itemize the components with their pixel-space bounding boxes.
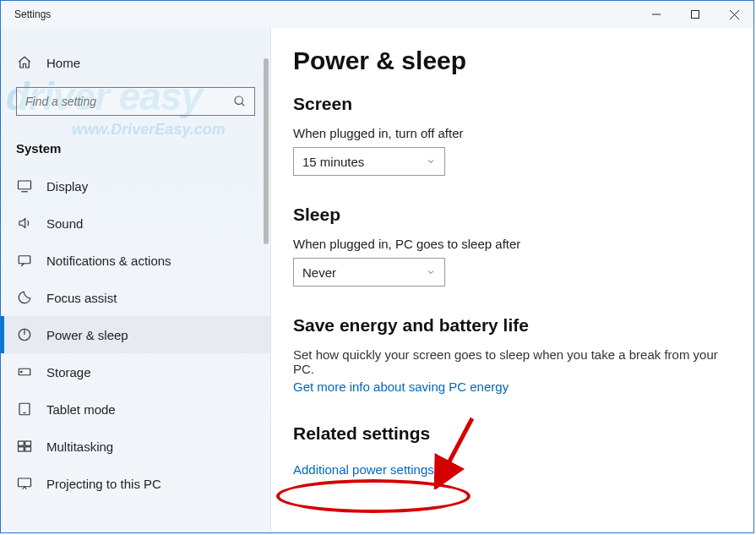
sidebar-item-storage[interactable]: Storage	[1, 353, 270, 390]
energy-info-link[interactable]: Get more info about saving PC energy	[293, 379, 509, 394]
power-icon	[16, 327, 33, 342]
sidebar-item-label: Multitasking	[46, 439, 113, 454]
svg-line-5	[242, 103, 244, 106]
home-icon	[16, 55, 33, 70]
search-box	[16, 87, 255, 116]
projecting-icon	[16, 476, 33, 491]
sidebar-item-power-sleep[interactable]: Power & sleep	[1, 316, 270, 353]
titlebar-left: Settings	[1, 8, 51, 20]
multitasking-icon	[16, 439, 33, 454]
notifications-icon	[16, 253, 33, 268]
sidebar-item-tablet-mode[interactable]: Tablet mode	[1, 390, 270, 428]
sidebar-item-label: Notifications & actions	[46, 254, 171, 268]
sidebar-item-projecting[interactable]: Projecting to this PC	[1, 465, 270, 502]
search-icon	[233, 95, 247, 108]
screen-timeout-value: 15 minutes	[302, 155, 364, 169]
minimize-icon	[652, 10, 661, 19]
category-header: System	[1, 131, 270, 167]
sidebar-item-label: Tablet mode	[46, 402, 116, 417]
content-pane: Power & sleep Screen When plugged in, tu…	[271, 28, 753, 532]
storage-icon	[16, 364, 33, 379]
focus-assist-icon	[16, 290, 33, 305]
page-title: Power & sleep	[293, 46, 732, 75]
sidebar-item-label: Display	[46, 179, 88, 194]
sound-icon	[16, 216, 33, 231]
svg-rect-15	[19, 441, 24, 445]
sidebar-item-label: Sound	[46, 216, 83, 231]
sidebar-item-sound[interactable]: Sound	[1, 205, 270, 242]
sidebar-item-display[interactable]: Display	[1, 167, 270, 205]
search-button[interactable]	[230, 91, 250, 112]
svg-rect-16	[25, 441, 31, 445]
minimize-button[interactable]	[637, 1, 676, 28]
sleep-timeout-value: Never	[302, 265, 336, 280]
energy-body-text: Set how quickly your screen goes to slee…	[293, 347, 732, 376]
svg-rect-19	[19, 478, 31, 487]
screen-timeout-dropdown[interactable]: 15 minutes	[293, 147, 445, 176]
sleep-heading: Sleep	[293, 205, 732, 225]
search-input[interactable]	[16, 87, 255, 116]
additional-power-settings-link[interactable]: Additional power settings	[293, 462, 434, 477]
svg-rect-17	[19, 447, 24, 451]
tablet-icon	[16, 401, 33, 417]
maximize-button[interactable]	[676, 1, 715, 28]
screen-field-label: When plugged in, turn off after	[293, 126, 732, 140]
window-controls	[637, 1, 753, 28]
sidebar-scrollbar[interactable]	[264, 58, 269, 244]
svg-point-12	[21, 371, 23, 373]
sidebar-item-label: Storage	[46, 365, 91, 379]
sleep-timeout-dropdown[interactable]: Never	[293, 258, 445, 287]
window-body: driver easy www.DriverEasy.com Home Syst…	[1, 28, 753, 532]
maximize-icon	[691, 10, 699, 19]
chevron-down-icon	[426, 267, 436, 277]
window-title: Settings	[14, 8, 51, 20]
svg-rect-18	[25, 447, 31, 451]
sidebar-item-notifications[interactable]: Notifications & actions	[1, 242, 270, 279]
svg-point-4	[235, 96, 242, 104]
svg-rect-1	[692, 11, 699, 19]
sidebar-item-label: Focus assist	[46, 291, 117, 305]
related-heading: Related settings	[293, 423, 732, 444]
search-container	[1, 79, 270, 131]
home-button[interactable]: Home	[1, 46, 270, 79]
close-button[interactable]	[715, 1, 753, 28]
nav-list: Display Sound Notifications & actions Fo…	[1, 167, 270, 502]
chevron-down-icon	[426, 156, 436, 167]
sidebar-item-focus-assist[interactable]: Focus assist	[1, 279, 270, 316]
energy-heading: Save energy and battery life	[293, 315, 732, 336]
close-icon	[730, 10, 739, 19]
svg-rect-6	[19, 181, 31, 189]
display-icon	[16, 178, 33, 194]
settings-window: Settings driver easy www.DriverEasy.com …	[0, 0, 754, 533]
sidebar-item-label: Power & sleep	[46, 328, 128, 342]
home-label: Home	[46, 56, 80, 70]
screen-heading: Screen	[293, 94, 732, 114]
sleep-field-label: When plugged in, PC goes to sleep after	[293, 237, 732, 251]
sidebar-item-label: Projecting to this PC	[46, 477, 161, 491]
sidebar: driver easy www.DriverEasy.com Home Syst…	[1, 28, 271, 532]
svg-rect-8	[19, 256, 30, 264]
sidebar-item-multitasking[interactable]: Multitasking	[1, 428, 270, 465]
titlebar: Settings	[1, 1, 753, 28]
